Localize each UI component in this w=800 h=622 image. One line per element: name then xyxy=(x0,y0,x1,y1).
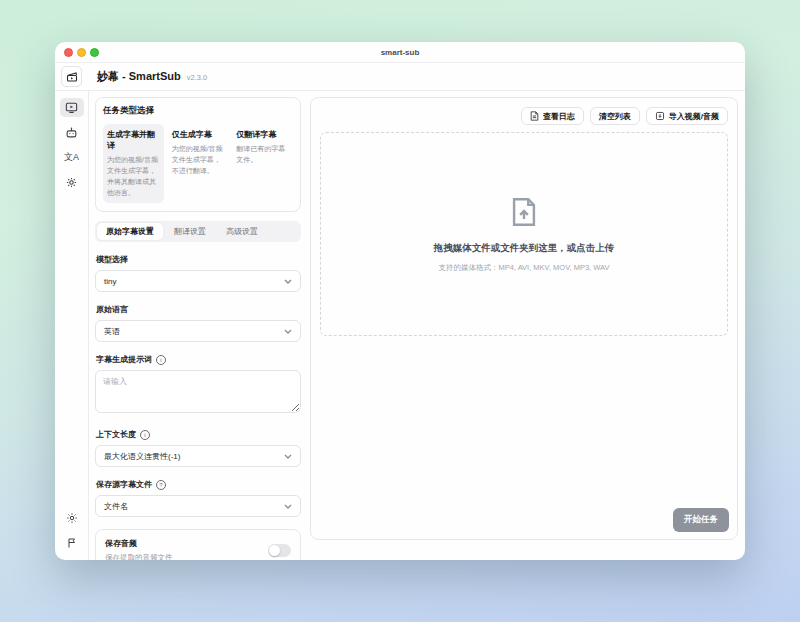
model-select-label: 模型选择 xyxy=(96,254,300,265)
task-card-generate-translate[interactable]: 生成字幕并翻译 为您的视频/音频文件生成字幕，并将其翻译成其他语言。 xyxy=(103,124,164,203)
task-card-desc: 为您的视频/音频文件生成字幕，不进行翻译。 xyxy=(172,144,225,177)
file-text-icon xyxy=(530,111,539,121)
import-media-label: 导入视频/音频 xyxy=(669,111,719,122)
field-label-text: 原始语言 xyxy=(96,304,128,315)
save-audio-title: 保存音频 xyxy=(105,538,173,549)
flag-icon xyxy=(66,537,78,549)
desktop-background: smart-sub 妙幕 - SmartSub v2.3.0 xyxy=(0,0,800,622)
save-source-subtitle-select[interactable]: 文件名 xyxy=(95,495,301,517)
sidebar-item-settings[interactable] xyxy=(60,173,84,192)
titlebar[interactable]: smart-sub xyxy=(55,42,745,63)
info-icon[interactable]: i xyxy=(140,430,150,440)
import-media-button[interactable]: 导入视频/音频 xyxy=(646,107,728,125)
save-audio-toggle[interactable] xyxy=(268,544,291,557)
save-audio-texts: 保存音频 保存提取的音频文件 xyxy=(105,538,173,560)
tab-translation-settings[interactable]: 翻译设置 xyxy=(165,223,215,240)
task-card-desc: 翻译已有的字幕文件。 xyxy=(236,144,289,166)
tab-advanced-settings[interactable]: 高级设置 xyxy=(217,223,267,240)
clear-list-button[interactable]: 清空列表 xyxy=(590,107,640,125)
app-logo-icon xyxy=(61,66,82,87)
source-language-value: 英语 xyxy=(104,326,120,337)
save-audio-desc: 保存提取的音频文件 xyxy=(105,553,173,560)
file-upload-icon xyxy=(507,195,541,229)
source-language-select[interactable]: 英语 xyxy=(95,320,301,342)
files-panel: 查看日志 清空列表 导入视频/音频 xyxy=(310,97,738,540)
window-title: smart-sub xyxy=(55,48,745,57)
task-card-generate-only[interactable]: 仅生成字幕 为您的视频/音频文件生成字幕，不进行翻译。 xyxy=(168,124,229,203)
task-card-desc: 为您的视频/音频文件生成字幕，并将其翻译成其他语言。 xyxy=(107,155,160,198)
field-label-text: 保存源字幕文件 xyxy=(96,479,152,490)
settings-tabs: 原始字幕设置 翻译设置 高级设置 xyxy=(95,221,301,242)
media-dropzone[interactable]: 拖拽媒体文件或文件夹到这里，或点击上传 支持的媒体格式：MP4, AVI, MK… xyxy=(320,132,728,336)
clear-list-label: 清空列表 xyxy=(599,111,631,122)
app-title: 妙幕 - SmartSub xyxy=(97,69,181,84)
task-card-title: 仅翻译字幕 xyxy=(236,129,289,140)
app-version: v2.3.0 xyxy=(187,73,207,82)
chevron-down-icon xyxy=(284,279,292,284)
tab-source-subtitle-settings[interactable]: 原始字幕设置 xyxy=(97,223,163,240)
sidebar-item-theme-toggle[interactable] xyxy=(60,508,84,527)
model-select[interactable]: tiny xyxy=(95,270,301,292)
view-log-label: 查看日志 xyxy=(543,111,575,122)
sun-icon xyxy=(66,512,78,524)
sidebar-item-flag[interactable] xyxy=(60,533,84,552)
dropzone-main-text: 拖拽媒体文件或文件夹到这里，或点击上传 xyxy=(434,242,615,255)
task-card-title: 仅生成字幕 xyxy=(172,129,225,140)
source-language-label: 原始语言 xyxy=(96,304,300,315)
prompt-textarea[interactable] xyxy=(95,370,301,413)
actions-row: 查看日志 清空列表 导入视频/音频 xyxy=(320,107,728,125)
sidebar-item-translate[interactable]: 文A xyxy=(60,148,84,167)
app-window: smart-sub 妙幕 - SmartSub v2.3.0 xyxy=(55,42,745,560)
field-label-text: 上下文长度 xyxy=(96,429,136,440)
context-length-value: 最大化语义连贯性(-1) xyxy=(104,451,180,462)
context-length-label: 上下文长度 i xyxy=(96,429,300,440)
field-label-text: 模型选择 xyxy=(96,254,128,265)
save-source-subtitle-label: 保存源字幕文件 ? xyxy=(96,479,300,490)
prompt-label: 字幕生成提示词 i xyxy=(96,354,300,365)
settings-panel: 任务类型选择 生成字幕并翻译 为您的视频/音频文件生成字幕，并将其翻译成其他语言… xyxy=(95,97,301,560)
view-log-button[interactable]: 查看日志 xyxy=(521,107,584,125)
sidebar-item-video-tasks[interactable] xyxy=(60,98,84,117)
chevron-down-icon xyxy=(284,504,292,509)
help-icon[interactable]: ? xyxy=(156,480,166,490)
task-card-translate-only[interactable]: 仅翻译字幕 翻译已有的字幕文件。 xyxy=(232,124,293,203)
sidebar-item-ai-robot[interactable] xyxy=(60,123,84,142)
chevron-down-icon xyxy=(284,454,292,459)
robot-icon xyxy=(65,126,78,139)
chevron-down-icon xyxy=(284,329,292,334)
logo-cell xyxy=(55,66,88,87)
gear-icon xyxy=(65,176,78,189)
translate-icon: 文A xyxy=(64,153,79,162)
context-length-select[interactable]: 最大化语义连贯性(-1) xyxy=(95,445,301,467)
task-card-title: 生成字幕并翻译 xyxy=(107,129,160,151)
main-content: 任务类型选择 生成字幕并翻译 为您的视频/音频文件生成字幕，并将其翻译成其他语言… xyxy=(89,91,745,560)
sidebar: 文A xyxy=(55,91,89,560)
task-type-title: 任务类型选择 xyxy=(103,105,293,117)
dropzone-formats-text: 支持的媒体格式：MP4, AVI, MKV, MOV, MP3, WAV xyxy=(438,263,609,273)
info-icon[interactable]: i xyxy=(156,355,166,365)
save-source-subtitle-value: 文件名 xyxy=(104,501,128,512)
app-header: 妙幕 - SmartSub v2.3.0 xyxy=(55,63,745,91)
import-download-icon xyxy=(655,111,665,121)
toggle-knob xyxy=(269,545,280,556)
task-type-box: 任务类型选择 生成字幕并翻译 为您的视频/音频文件生成字幕，并将其翻译成其他语言… xyxy=(95,97,301,212)
start-task-button[interactable]: 开始任务 xyxy=(673,508,729,532)
video-play-icon xyxy=(65,101,78,114)
task-type-grid: 生成字幕并翻译 为您的视频/音频文件生成字幕，并将其翻译成其他语言。 仅生成字幕… xyxy=(103,124,293,203)
save-audio-box: 保存音频 保存提取的音频文件 xyxy=(95,529,301,560)
model-select-value: tiny xyxy=(104,277,116,286)
field-label-text: 字幕生成提示词 xyxy=(96,354,152,365)
